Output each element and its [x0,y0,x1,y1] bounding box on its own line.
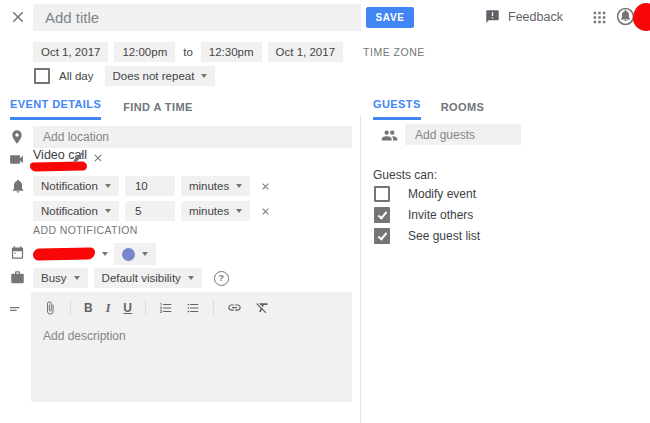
apps-grid-icon[interactable] [592,10,607,25]
chevron-down-icon [236,184,242,188]
to-label: to [181,46,195,58]
notification-type-select[interactable]: Notification [33,201,119,221]
allday-row: All day Does not repeat [34,66,215,86]
notification-unit-select[interactable]: minutes [181,176,250,196]
permission-row: Invite others [374,207,473,223]
notification-unit-select[interactable]: minutes [181,201,250,221]
notification-minutes-input[interactable] [125,201,175,221]
briefcase-icon [10,270,25,285]
underline-icon[interactable]: U [123,302,132,314]
chevron-down-icon [105,209,111,213]
description-lines-icon [8,301,24,317]
notification-type-value: Notification [41,180,98,192]
notification-unit-value: minutes [189,205,229,217]
toolbar-divider [145,300,146,315]
repeat-select[interactable]: Does not repeat [105,66,216,86]
description-editor[interactable]: B I U Add description [31,292,352,402]
time-zone-button[interactable]: TIME ZONE [363,46,425,58]
chevron-down-icon [102,252,108,256]
see-guest-list-checkbox[interactable] [374,228,390,244]
notification-row: Notification minutes [33,176,271,196]
avatar[interactable] [633,3,650,31]
notification-bell-icon [10,178,26,194]
calendar-select[interactable] [33,248,108,260]
edit-pencil-icon[interactable] [72,151,85,164]
insert-link-icon[interactable] [227,300,242,315]
modify-event-checkbox[interactable] [374,186,390,202]
title-input[interactable] [33,4,361,31]
formatting-toolbar: B I U [31,292,352,315]
guests-people-icon [381,127,398,144]
location-input[interactable] [33,126,352,148]
busy-select[interactable]: Busy [33,268,88,288]
event-color-select[interactable] [114,243,156,265]
notification-minutes-input[interactable] [125,176,175,196]
all-day-checkbox[interactable] [34,68,50,84]
event-editor-window: SAVE Feedback Oct 1, 2017 12:00pm to 12:… [0,0,650,423]
all-day-label: All day [59,70,94,82]
chevron-down-icon [105,184,111,188]
visibility-select[interactable]: Default visibility [94,268,202,288]
datetime-row: Oct 1, 2017 12:00pm to 12:30pm Oct 1, 20… [33,42,425,62]
repeat-value: Does not repeat [113,70,195,82]
left-tabs: EVENT DETAILS FIND A TIME [10,98,193,120]
calendar-icon [10,245,25,260]
attachment-icon[interactable] [43,301,57,315]
chevron-down-icon [188,276,194,280]
feedback-icon [485,9,500,24]
end-date-field[interactable]: Oct 1, 2017 [268,42,343,62]
notification-row: Notification minutes [33,201,271,221]
feedback-button[interactable]: Feedback [485,9,563,24]
permission-row: Modify event [374,186,476,202]
video-camera-icon [8,151,25,168]
save-button[interactable]: SAVE [366,7,414,28]
numbered-list-icon[interactable] [159,301,173,315]
permission-row: See guest list [374,228,480,244]
italic-icon[interactable]: I [106,302,111,314]
invite-others-label: Invite others [408,208,473,222]
chevron-down-icon [142,252,148,256]
feedback-label: Feedback [508,10,563,24]
notification-type-select[interactable]: Notification [33,176,119,196]
busy-visibility-row: Busy Default visibility ? [33,268,229,288]
tab-rooms[interactable]: ROOMS [441,101,485,120]
busy-value: Busy [41,272,67,284]
close-icon[interactable] [9,8,27,26]
bulleted-list-icon[interactable] [186,301,200,315]
chevron-down-icon [201,74,207,78]
modify-event-label: Modify event [408,187,476,201]
notification-unit-value: minutes [189,180,229,192]
notification-type-value: Notification [41,205,98,217]
tab-event-details[interactable]: EVENT DETAILS [10,98,101,120]
see-guest-list-label: See guest list [408,229,480,243]
toolbar-divider [70,300,71,315]
chevron-down-icon [74,276,80,280]
end-time-field[interactable]: 12:30pm [201,42,262,62]
tab-guests[interactable]: GUESTS [373,98,421,120]
remove-notification-icon[interactable] [260,181,271,192]
add-guests-input[interactable] [405,124,521,145]
chevron-down-icon [236,209,242,213]
guests-can-title: Guests can: [373,168,437,182]
invite-others-checkbox[interactable] [374,207,390,223]
calendar-row [33,243,156,265]
remove-video-call-icon[interactable] [92,152,104,164]
remove-notification-icon[interactable] [260,206,271,217]
help-icon[interactable]: ? [214,271,229,286]
visibility-value: Default visibility [102,272,181,284]
start-date-field[interactable]: Oct 1, 2017 [33,42,108,62]
panel-divider [360,115,361,423]
bold-icon[interactable]: B [84,302,93,314]
remove-formatting-icon[interactable] [255,300,270,315]
right-tabs: GUESTS ROOMS [373,98,484,120]
tab-find-a-time[interactable]: FIND A TIME [123,101,193,120]
calendar-name-redaction [33,247,95,260]
add-notification-button[interactable]: ADD NOTIFICATION [33,224,138,236]
color-swatch [122,248,135,261]
start-time-field[interactable]: 12:00pm [114,42,175,62]
description-placeholder[interactable]: Add description [31,315,352,343]
toolbar-divider [213,300,214,315]
location-pin-icon [9,129,25,145]
